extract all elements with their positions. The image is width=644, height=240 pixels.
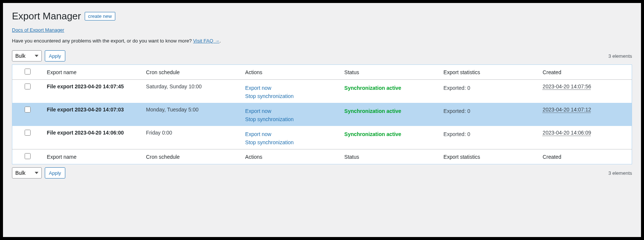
export-stats: Exported: 0: [444, 108, 471, 114]
cron-schedule: Monday, Tuesday 5:00: [142, 103, 241, 126]
bulk-action-select-bottom[interactable]: Bulk: [12, 167, 42, 179]
export-now-link[interactable]: Export now: [245, 131, 337, 137]
create-new-button[interactable]: create new: [85, 12, 115, 20]
header-stats: Export statistics: [440, 65, 539, 80]
status-badge: Synchronization active: [344, 108, 401, 114]
header-actions: Actions: [241, 65, 341, 80]
cron-schedule: Saturday, Sunday 10:00: [142, 80, 241, 103]
select-all-checkbox-bottom[interactable]: [25, 153, 31, 159]
created-timestamp: 2023-04-20 14:07:12: [543, 107, 591, 113]
select-all-checkbox-top[interactable]: [25, 69, 31, 75]
header-created: Created: [539, 65, 632, 80]
row-checkbox[interactable]: [25, 130, 31, 136]
element-count-bottom: 3 elements: [608, 170, 632, 176]
table-row: File export 2023-04-20 14:06:00Friday 0:…: [12, 126, 632, 149]
footer-actions: Actions: [241, 149, 341, 164]
cron-schedule: Friday 0:00: [142, 126, 241, 149]
export-stats: Exported: 0: [444, 85, 471, 91]
footer-cron: Cron schedule: [142, 149, 241, 164]
table-row: File export 2023-04-20 14:07:03Monday, T…: [12, 103, 632, 126]
header-export-name[interactable]: Export name: [43, 65, 143, 80]
faq-suffix: .: [219, 38, 221, 44]
stop-sync-link[interactable]: Stop synchronization: [245, 116, 337, 122]
created-timestamp: 2023-04-20 14:07:56: [543, 83, 591, 89]
table-row: File export 2023-04-20 14:07:45Saturday,…: [12, 80, 632, 103]
footer-export-name: Export name: [43, 149, 143, 164]
docs-link[interactable]: Docs of Export Manager: [12, 27, 64, 33]
exports-table: Export name Cron schedule Actions Status…: [12, 64, 632, 164]
apply-button-bottom[interactable]: Apply: [45, 167, 65, 179]
stop-sync-link[interactable]: Stop synchronization: [245, 139, 337, 145]
export-stats: Exported: 0: [444, 131, 471, 137]
faq-prefix: Have you encountered any problems with t…: [12, 38, 193, 44]
export-now-link[interactable]: Export now: [245, 108, 337, 114]
created-timestamp: 2023-04-20 14:06:09: [543, 130, 591, 136]
page-title: Export Manager: [12, 10, 81, 22]
header-status: Status: [341, 65, 440, 80]
row-checkbox[interactable]: [25, 107, 31, 113]
status-badge: Synchronization active: [344, 85, 401, 91]
bulk-action-select[interactable]: Bulk: [12, 50, 42, 61]
faq-text: Have you encountered any problems with t…: [12, 38, 632, 44]
export-name[interactable]: File export 2023-04-20 14:06:00: [47, 130, 124, 136]
apply-button-top[interactable]: Apply: [45, 50, 65, 61]
footer-status: Status: [341, 149, 440, 164]
export-name[interactable]: File export 2023-04-20 14:07:03: [47, 107, 124, 113]
element-count-top: 3 elements: [608, 53, 632, 59]
status-badge: Synchronization active: [344, 131, 401, 137]
export-name[interactable]: File export 2023-04-20 14:07:45: [47, 83, 124, 89]
faq-link[interactable]: Visit FAQ →: [193, 38, 220, 44]
footer-stats: Export statistics: [440, 149, 539, 164]
footer-created: Created: [539, 149, 632, 164]
export-now-link[interactable]: Export now: [245, 85, 337, 91]
row-checkbox[interactable]: [25, 83, 31, 89]
stop-sync-link[interactable]: Stop synchronization: [245, 93, 337, 99]
header-cron: Cron schedule: [142, 65, 241, 80]
